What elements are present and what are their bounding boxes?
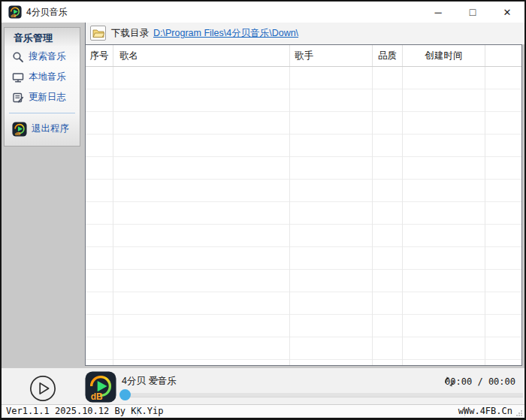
- sidebar-item-local-music[interactable]: 本地音乐: [5, 68, 80, 86]
- folder-icon: [92, 29, 104, 38]
- window-title: 4分贝音乐: [26, 2, 68, 23]
- resize-grip-icon[interactable]: [515, 409, 523, 417]
- table-body[interactable]: [86, 67, 521, 365]
- table-header-row: 序号 歌名 歌手 品质 创建时间: [86, 45, 521, 67]
- player-bar: dB 4分贝 爱音乐 00:00 / 00:00: [2, 367, 524, 404]
- sidebar-item-changelog[interactable]: 更新日志: [5, 88, 80, 107]
- window-border: [0, 0, 526, 2]
- play-button[interactable]: [29, 374, 57, 403]
- sidebar-divider: [9, 113, 75, 113]
- version-text: Ver1.1.1 2025.10.12 By KK.Yip: [6, 405, 164, 418]
- status-bar: Ver1.1.1 2025.10.12 By KK.Yip wWw.4FB.Cn: [2, 404, 524, 418]
- time-display: 00:00 / 00:00: [445, 376, 515, 387]
- app-window: dB 4分贝音乐 ─ □ ✕ 音乐管理 搜索音乐 本地音乐: [0, 0, 526, 420]
- column-divider: [485, 67, 485, 365]
- column-divider: [113, 67, 113, 365]
- current-song-title: 4分贝 爱音乐: [122, 375, 177, 388]
- column-header-song[interactable]: 歌名: [113, 45, 290, 66]
- download-dir-bar: 下载目录 D:\Program Files\4分贝音乐\Down\: [85, 23, 524, 44]
- download-dir-link[interactable]: D:\Program Files\4分贝音乐\Down\: [153, 27, 298, 40]
- changelog-icon: [12, 92, 24, 104]
- sidebar-item-search-music[interactable]: 搜索音乐: [5, 47, 80, 66]
- album-art[interactable]: dB: [85, 371, 116, 403]
- progress-track[interactable]: [120, 393, 523, 397]
- close-button[interactable]: ✕: [490, 2, 524, 23]
- open-folder-button[interactable]: [90, 26, 106, 41]
- minimize-button[interactable]: ─: [421, 2, 455, 23]
- column-header-extra: [485, 45, 521, 66]
- window-border: [0, 0, 2, 420]
- sidebar-item-label: 本地音乐: [29, 71, 66, 83]
- app-logo-icon: dB: [8, 5, 22, 19]
- svg-text:dB: dB: [11, 14, 16, 18]
- search-icon: [12, 51, 24, 63]
- statusbar-divider: [137, 406, 138, 416]
- column-divider: [289, 67, 290, 365]
- monitor-icon: [12, 71, 24, 83]
- download-dir-label: 下载目录: [111, 27, 149, 40]
- column-header-artist[interactable]: 歌手: [290, 45, 373, 66]
- svg-text:dB: dB: [15, 131, 21, 136]
- sidebar-item-label: 退出程序: [32, 122, 69, 135]
- column-header-quality[interactable]: 品质: [373, 45, 403, 66]
- sidebar-item-label: 更新日志: [29, 91, 66, 104]
- song-table: 序号 歌名 歌手 品质 创建时间: [85, 44, 522, 366]
- sidebar-header: 音乐管理: [5, 28, 80, 46]
- progress-thumb[interactable]: [119, 389, 131, 400]
- sidebar: 音乐管理 搜索音乐 本地音乐 更新日志: [4, 27, 80, 147]
- svg-text:dB: dB: [91, 391, 103, 402]
- title-bar: dB 4分贝音乐 ─ □ ✕: [2, 2, 524, 23]
- column-divider: [372, 67, 373, 365]
- website-text: wWw.4FB.Cn: [458, 405, 512, 418]
- column-header-index[interactable]: 序号: [86, 45, 113, 66]
- maximize-button[interactable]: □: [455, 2, 490, 23]
- column-header-created[interactable]: 创建时间: [403, 45, 485, 66]
- sidebar-item-exit[interactable]: dB 退出程序: [5, 119, 80, 138]
- column-divider: [402, 67, 403, 365]
- sidebar-item-label: 搜索音乐: [29, 50, 66, 63]
- window-controls: ─ □ ✕: [421, 2, 524, 23]
- app-logo-icon: dB: [12, 122, 27, 137]
